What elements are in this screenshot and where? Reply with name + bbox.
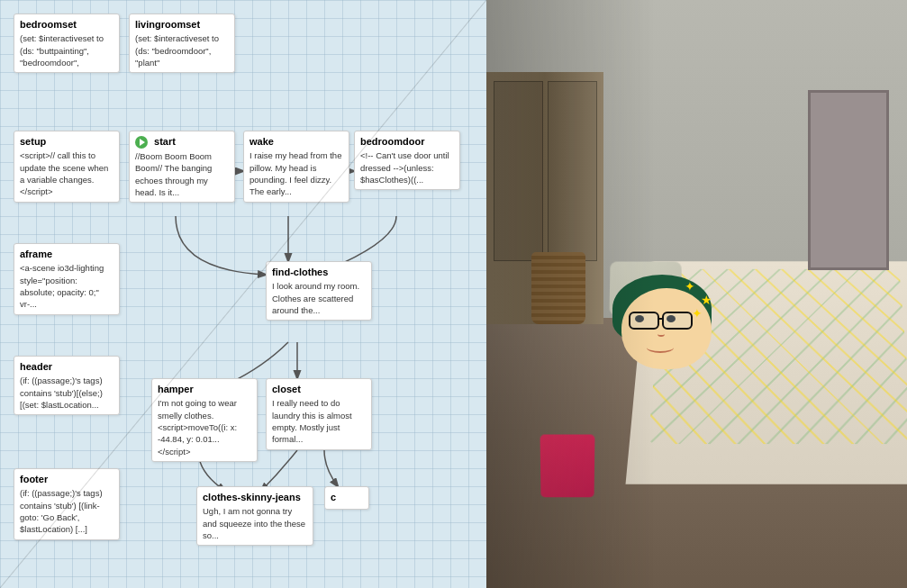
node-find-clothes-title: find-clothes: [272, 266, 366, 278]
sparkle-3: ✦: [692, 306, 703, 321]
node-closet-title: closet: [272, 383, 366, 395]
node-aframe-title: aframe: [20, 248, 113, 260]
character-head: [621, 288, 712, 369]
node-find-clothes-content: I look around my room. Clothes are scatt…: [272, 281, 359, 315]
node-bedroomset[interactable]: bedroomset (set: $interactiveset to (ds:…: [14, 14, 120, 73]
node-clothes-skinny-jeans[interactable]: clothes-skinny-jeans Ugh, I am not gonna…: [196, 486, 313, 546]
node-livingroomset-content: (set: $interactiveset to (ds: "bedroomdo…: [135, 33, 219, 68]
node-bedroomdoor[interactable]: bedroomdoor <!-- Can't use door until dr…: [354, 131, 460, 190]
node-wake-title: wake: [249, 135, 343, 148]
node-bedroomdoor-content: <!-- Can't use door until dressed -->(un…: [360, 150, 449, 185]
node-start-content: //Boom Boom Boom Boom// The banging echo…: [135, 151, 212, 197]
node-footer-title: footer: [20, 473, 113, 485]
scene-basket-object: [531, 252, 585, 324]
node-c-title: c: [331, 491, 363, 503]
node-aframe-content: <a-scene io3d-lighting style="position: …: [20, 263, 104, 309]
node-c[interactable]: c: [324, 486, 369, 510]
node-bedroomdoor-title: bedroomdoor: [360, 135, 454, 148]
node-start-title: start: [135, 135, 229, 149]
node-clothes-skinny-jeans-content: Ugh, I am not gonna try and squeeze into…: [203, 506, 305, 540]
node-bedroomset-title: bedroomset: [20, 18, 113, 31]
scene-3d-panel: ✦ ★ ✦: [486, 0, 907, 588]
node-closet[interactable]: closet I really need to do laundry this …: [266, 378, 372, 450]
node-header-content: (if: ((passage;)'s tags) contains 'stub'…: [20, 375, 103, 410]
node-header-title: header: [20, 360, 113, 373]
node-footer-content: (if: ((passage;)'s tags) contains 'stub'…: [20, 488, 103, 534]
node-clothes-skinny-jeans-title: clothes-skinny-jeans: [203, 491, 307, 503]
node-livingroomset-title: livingroomset: [135, 18, 229, 31]
sparkle-2: ★: [701, 293, 712, 307]
node-footer[interactable]: footer (if: ((passage;)'s tags) contains…: [14, 468, 120, 540]
node-closet-content: I really need to do laundry this is almo…: [272, 398, 352, 444]
node-setup-title: setup: [20, 135, 113, 148]
node-hamper[interactable]: hamper I'm not going to wear smelly clot…: [151, 378, 258, 462]
node-editor-panel: bedroomset (set: $interactiveset to (ds:…: [0, 0, 486, 588]
character-smile: [647, 342, 674, 353]
node-start[interactable]: start //Boom Boom Boom Boom// The bangin…: [129, 131, 235, 203]
scene-character: ✦ ★ ✦: [594, 288, 739, 486]
start-icon: [135, 136, 148, 149]
node-hamper-content: I'm not going to wear smelly clothes. <s…: [158, 398, 237, 456]
node-bedroomset-content: (set: $interactiveset to (ds: "buttpaint…: [20, 33, 104, 68]
node-wake[interactable]: wake I raise my head from the pillow. My…: [243, 131, 349, 203]
node-header[interactable]: header (if: ((passage;)'s tags) contains…: [14, 356, 120, 415]
node-setup-content: <script>// call this to update the scene…: [20, 150, 108, 196]
scene-door-frame-object: [808, 90, 889, 270]
node-find-clothes[interactable]: find-clothes I look around my room. Clot…: [266, 261, 372, 321]
node-wake-content: I raise my head from the pillow. My head…: [249, 150, 341, 196]
node-aframe[interactable]: aframe <a-scene io3d-lighting style="pos…: [14, 243, 120, 315]
scene-bag-object: [540, 435, 595, 498]
node-setup[interactable]: setup <script>// call this to update the…: [14, 131, 120, 203]
node-livingroomset[interactable]: livingroomset (set: $interactiveset to (…: [129, 14, 235, 73]
node-hamper-title: hamper: [158, 383, 251, 395]
sparkle-1: ✦: [685, 279, 695, 294]
